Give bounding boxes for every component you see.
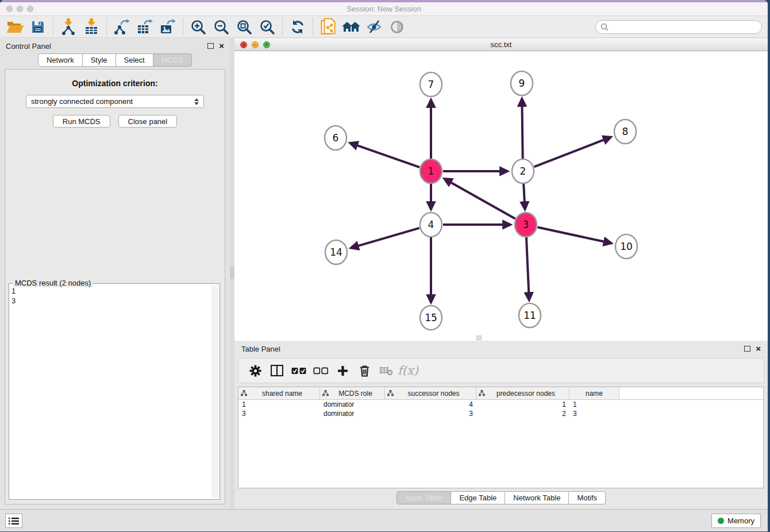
import-network-icon[interactable] [57, 17, 80, 37]
edge-2-3[interactable] [523, 183, 525, 202]
memory-button[interactable]: Memory [711, 514, 761, 528]
node-label-14: 14 [330, 246, 342, 258]
edge-1-6[interactable] [357, 145, 419, 167]
tree-icon [387, 390, 394, 396]
zoom-selected-icon[interactable] [256, 17, 279, 37]
criterion-dropdown[interactable]: strongly connected component [26, 95, 204, 108]
column-header-predecessor-nodes[interactable]: predecessor nodes [476, 387, 569, 399]
network-graph[interactable]: 7968124314101511 [234, 51, 768, 341]
cell-name[interactable]: 1 [569, 400, 619, 409]
mcds-tab-content: Optimization criterion: strongly connect… [5, 69, 225, 504]
table-panel-header: Table Panel × [234, 341, 768, 357]
edge-3-1[interactable] [451, 183, 515, 219]
show-column-icon[interactable] [266, 360, 288, 381]
table-tabs: Node Table Edge Table Network Table Moti… [234, 491, 768, 504]
node-label-7: 7 [428, 79, 434, 90]
export-image-icon[interactable] [156, 17, 179, 37]
cell-shared-name[interactable]: 1 [238, 400, 320, 409]
result-scrollbar[interactable] [212, 285, 218, 498]
edge-3-11[interactable] [526, 237, 529, 292]
network-canvas[interactable]: 7968124314101511 [234, 51, 768, 341]
tab-select[interactable]: Select [116, 53, 153, 67]
import-table-icon[interactable] [80, 17, 103, 37]
column-header-name[interactable]: name [569, 387, 619, 399]
export-table-icon[interactable] [133, 17, 156, 37]
table-panel: Table Panel × f(x) shared name MCDS role… [234, 341, 768, 509]
cell-successor-nodes[interactable]: 4 [385, 400, 476, 409]
search-input[interactable] [611, 23, 761, 31]
table-row[interactable]: 3 dominator 3 2 3 [238, 409, 763, 418]
toolbar-separator [53, 18, 53, 36]
memory-status-icon [718, 518, 724, 524]
edge-4-14[interactable] [358, 228, 419, 246]
close-panel-button[interactable]: Close panel [118, 115, 178, 128]
node-label-11: 11 [523, 310, 536, 321]
tab-network[interactable]: Network [38, 53, 83, 67]
mcds-result-text[interactable]: 1 3 [11, 285, 211, 498]
search-box[interactable] [595, 20, 762, 34]
tab-edge-table[interactable]: Edge Table [451, 491, 505, 504]
refresh-icon[interactable] [286, 17, 309, 37]
open-network-file-icon[interactable] [317, 17, 340, 37]
column-header-mcds-role[interactable]: MCDS role [320, 387, 385, 399]
float-table-panel-icon[interactable] [744, 346, 750, 352]
cell-successor-nodes[interactable]: 3 [385, 409, 476, 418]
vizmapper-toggle-icon[interactable] [363, 17, 386, 37]
delete-columns-icon[interactable] [353, 360, 375, 381]
cell-shared-name[interactable]: 3 [238, 409, 320, 418]
delete-table-icon[interactable] [375, 360, 397, 381]
network-titlebar: x – + scc.txt [234, 38, 768, 51]
optimization-criterion-label: Optimization criterion: [5, 79, 225, 88]
tree-icon [322, 390, 329, 396]
table-header-row: shared name MCDS role successor nodes pr… [238, 387, 763, 400]
criterion-dropdown-value: strongly connected component [31, 97, 194, 106]
cell-mcds-role[interactable]: dominator [320, 400, 385, 409]
tab-motifs[interactable]: Motifs [569, 491, 606, 504]
table-row[interactable]: 1 dominator 4 1 1 [238, 400, 763, 409]
create-column-icon[interactable] [332, 360, 353, 381]
run-mcds-button[interactable]: Run MCDS [53, 115, 110, 128]
window-title: Session: New Session [0, 5, 768, 13]
column-header-shared-name[interactable]: shared name [238, 387, 320, 399]
open-session-icon[interactable] [3, 17, 26, 37]
task-history-button[interactable] [5, 514, 22, 528]
tab-node-table[interactable]: Node Table [396, 491, 452, 504]
home-icon[interactable] [340, 17, 363, 37]
control-panel-tabs: Network Style Select MCDS [0, 53, 230, 67]
edge-2-9[interactable] [522, 106, 523, 159]
node-label-2: 2 [520, 165, 526, 177]
float-panel-icon[interactable] [207, 43, 214, 49]
vertical-splitter[interactable] [230, 38, 234, 509]
cell-mcds-role[interactable]: dominator [320, 409, 385, 418]
edge-2-8[interactable] [534, 140, 604, 167]
export-network-icon[interactable] [110, 17, 133, 37]
splitter-handle[interactable] [230, 267, 234, 279]
close-table-panel-icon[interactable]: × [756, 346, 761, 352]
show-hide-details-icon[interactable] [386, 17, 409, 37]
zoom-in-icon[interactable] [187, 17, 210, 37]
edge-3-10[interactable] [538, 227, 604, 241]
tab-network-table[interactable]: Network Table [505, 491, 569, 504]
table-options-gear-icon[interactable] [244, 360, 266, 381]
tab-mcds[interactable]: MCDS [153, 53, 192, 67]
canvas-scrollbar-thumb[interactable] [476, 336, 482, 340]
status-bar: Memory [0, 509, 768, 531]
select-all-columns-icon[interactable] [288, 360, 310, 381]
close-panel-icon[interactable]: × [219, 43, 224, 49]
tab-style[interactable]: Style [83, 53, 116, 67]
cell-predecessor-nodes[interactable]: 1 [476, 400, 569, 409]
unselect-all-columns-icon[interactable] [310, 360, 332, 381]
cell-predecessor-nodes[interactable]: 2 [476, 409, 569, 418]
tree-icon [479, 390, 485, 396]
zoom-out-icon[interactable] [210, 17, 233, 37]
main-toolbar [0, 16, 768, 38]
save-session-icon[interactable] [26, 17, 49, 37]
node-label-10: 10 [620, 241, 633, 252]
zoom-fit-icon[interactable] [233, 17, 256, 37]
dropdown-arrows-icon [194, 98, 199, 105]
function-builder-icon: f(x) [397, 360, 419, 381]
cell-name[interactable]: 3 [569, 409, 619, 418]
toolbar-separator [106, 18, 107, 36]
column-header-successor-nodes[interactable]: successor nodes [385, 387, 476, 399]
node-label-8: 8 [622, 126, 629, 137]
